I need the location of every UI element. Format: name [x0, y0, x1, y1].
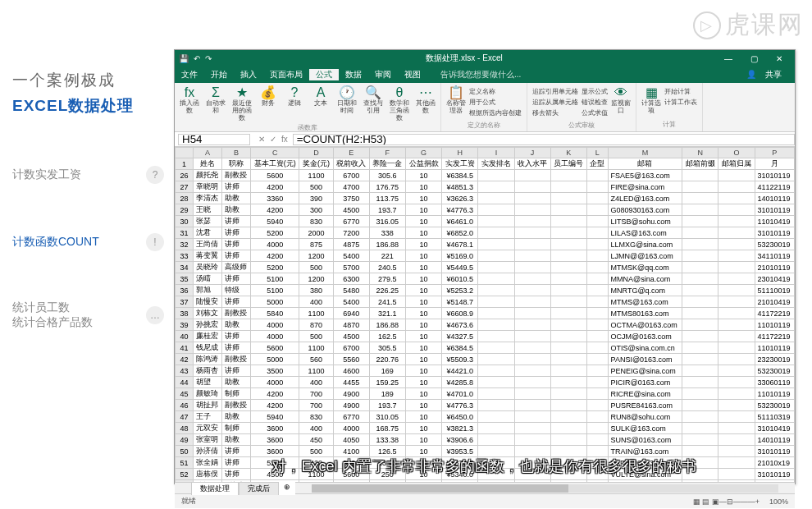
data-cell[interactable]: 4050: [333, 434, 369, 446]
data-cell[interactable]: [478, 193, 514, 204]
logical-button[interactable]: ?逻辑: [283, 85, 306, 122]
data-cell[interactable]: [586, 331, 608, 342]
data-cell[interactable]: 4200: [250, 388, 299, 400]
data-cell[interactable]: [478, 400, 514, 411]
header-cell[interactable]: 月: [755, 158, 794, 170]
data-cell[interactable]: [586, 239, 608, 250]
name-manager-button[interactable]: 📋名称管理器: [445, 85, 468, 119]
data-cell[interactable]: [718, 296, 755, 308]
column-header[interactable]: B: [221, 148, 250, 158]
header-cell[interactable]: 实发工资: [442, 158, 478, 170]
data-cell[interactable]: [514, 400, 550, 411]
data-cell[interactable]: 53230019: [755, 239, 794, 250]
data-cell[interactable]: [718, 285, 755, 296]
data-cell[interactable]: 400: [299, 296, 333, 308]
data-cell[interactable]: [682, 423, 718, 434]
text-button[interactable]: A文本: [309, 85, 332, 122]
data-cell[interactable]: 5700: [333, 262, 369, 273]
data-cell[interactable]: 1200: [299, 273, 333, 285]
data-cell[interactable]: MMNA@sina.com: [608, 273, 682, 285]
data-cell[interactable]: [550, 239, 586, 250]
data-cell[interactable]: 10: [405, 273, 441, 285]
data-cell[interactable]: 193.7: [369, 400, 405, 411]
data-cell[interactable]: 51110019: [755, 285, 794, 296]
data-cell[interactable]: 5560: [333, 354, 369, 365]
data-cell[interactable]: [550, 446, 586, 457]
data-cell[interactable]: 186.88: [369, 239, 405, 250]
data-cell[interactable]: [718, 423, 755, 434]
data-cell[interactable]: 159.25: [369, 377, 405, 388]
data-cell[interactable]: 10: [405, 388, 441, 400]
data-cell[interactable]: 3360: [250, 193, 299, 204]
data-cell[interactable]: 10: [405, 411, 441, 423]
data-cell[interactable]: 5940: [250, 216, 299, 227]
data-cell[interactable]: [586, 273, 608, 285]
data-cell[interactable]: 讲师: [221, 446, 250, 457]
data-cell[interactable]: [682, 377, 718, 388]
data-cell[interactable]: 5840: [250, 308, 299, 319]
autosum-button[interactable]: Σ自动求和: [204, 85, 227, 122]
data-cell[interactable]: 186.88: [369, 319, 405, 331]
data-cell[interactable]: 23010419: [755, 273, 794, 285]
tab-layout[interactable]: 页面布局: [263, 69, 309, 80]
data-cell[interactable]: [514, 308, 550, 319]
data-cell[interactable]: 10: [405, 480, 441, 483]
data-cell[interactable]: 2000: [299, 227, 333, 239]
more-functions-button[interactable]: ⋯其他函数: [414, 85, 437, 122]
data-cell[interactable]: 1100: [299, 170, 333, 181]
data-cell[interactable]: [478, 365, 514, 377]
data-cell[interactable]: [586, 319, 608, 331]
data-cell[interactable]: OTIS@sina.com.cn: [608, 342, 682, 354]
data-cell[interactable]: 193.7: [369, 204, 405, 216]
data-cell[interactable]: ¥6384.5: [442, 170, 478, 181]
data-cell[interactable]: 3600: [250, 434, 299, 446]
data-cell[interactable]: 1100: [299, 342, 333, 354]
data-cell[interactable]: 讲师: [221, 181, 250, 193]
column-header[interactable]: L: [586, 148, 608, 158]
data-cell[interactable]: OCTMA@0163.com: [608, 319, 682, 331]
column-header[interactable]: C: [250, 148, 299, 158]
data-cell[interactable]: ¥3626.3: [442, 193, 478, 204]
data-cell[interactable]: 助教: [221, 411, 250, 423]
data-cell[interactable]: [478, 204, 514, 216]
data-cell[interactable]: SUNS@0163.com: [608, 434, 682, 446]
data-cell[interactable]: [586, 262, 608, 273]
confirm-formula-icon[interactable]: ✓: [270, 135, 276, 144]
data-cell[interactable]: [586, 480, 608, 483]
data-cell[interactable]: MTMSK@qq.com: [608, 262, 682, 273]
data-cell[interactable]: [682, 400, 718, 411]
data-cell[interactable]: [514, 181, 550, 193]
data-cell[interactable]: 31010119: [755, 227, 794, 239]
data-cell[interactable]: [682, 434, 718, 446]
data-cell[interactable]: 郭旭: [194, 285, 222, 296]
data-cell[interactable]: [682, 204, 718, 216]
data-cell[interactable]: [550, 285, 586, 296]
data-cell[interactable]: ¥4776.3: [442, 400, 478, 411]
data-cell[interactable]: [718, 434, 755, 446]
data-cell[interactable]: 10: [405, 354, 441, 365]
data-cell[interactable]: SULK@163.com: [608, 423, 682, 434]
header-cell[interactable]: 奖金(元): [299, 158, 333, 170]
data-cell[interactable]: 1200: [299, 480, 333, 483]
header-cell[interactable]: 收入水平: [514, 158, 550, 170]
data-cell[interactable]: [682, 354, 718, 365]
data-cell[interactable]: [718, 342, 755, 354]
data-cell[interactable]: 21010419: [755, 296, 794, 308]
data-cell[interactable]: 380: [299, 285, 333, 296]
data-cell[interactable]: [586, 365, 608, 377]
data-cell[interactable]: 870: [299, 319, 333, 331]
data-cell[interactable]: 4700: [333, 181, 369, 193]
use-in-formula-option[interactable]: 用于公式: [469, 98, 522, 107]
data-cell[interactable]: LILAS@163.com: [608, 227, 682, 239]
recent-functions-button[interactable]: ★最近使用的函数: [230, 85, 253, 122]
header-cell[interactable]: 员工编号: [550, 158, 586, 170]
data-cell[interactable]: [478, 181, 514, 193]
data-cell[interactable]: 11010119: [755, 388, 794, 400]
data-cell[interactable]: [514, 193, 550, 204]
data-cell[interactable]: 220.76: [369, 354, 405, 365]
column-header[interactable]: [176, 148, 194, 158]
data-cell[interactable]: [586, 400, 608, 411]
data-cell[interactable]: 10: [405, 250, 441, 262]
undo-icon[interactable]: ↶: [194, 54, 200, 63]
data-cell[interactable]: 沈君: [194, 227, 222, 239]
